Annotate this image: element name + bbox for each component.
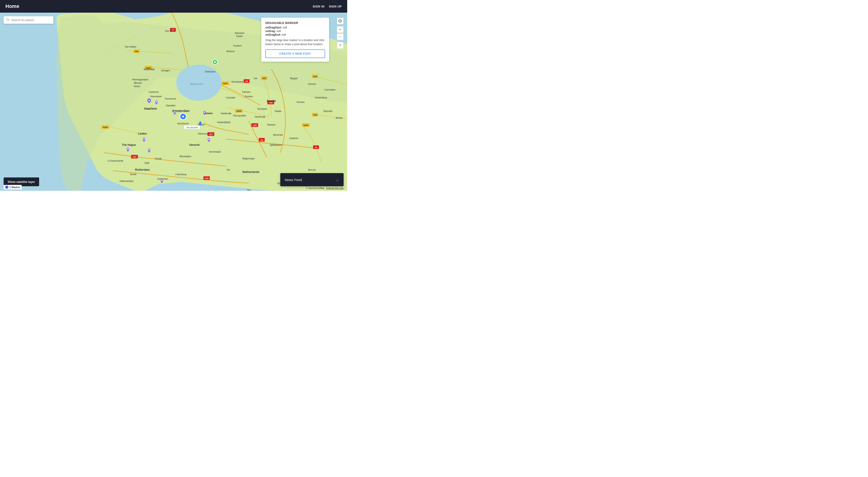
svg-text:Zwolle: Zwolle [267,99,276,102]
map-attribution: © OpenStreetMap Improve this map [306,187,344,190]
svg-text:N18: N18 [313,114,317,116]
svg-point-118 [182,115,184,117]
osm-attribution: © OpenStreetMap [306,187,324,190]
svg-point-116 [174,111,176,113]
svg-text:Purmerend: Purmerend [165,98,176,100]
svg-text:Coevorden: Coevorden [324,89,336,91]
info-card-drag-end: onDragEnd: null [266,33,325,36]
svg-point-131 [6,18,8,20]
sign-in-button[interactable]: SIGN IN [313,5,324,8]
svg-text:A1: A1 [315,146,317,148]
svg-text:Kampen: Kampen [242,91,250,93]
svg-text:Netherlands: Netherlands [242,170,259,174]
svg-text:Nijverdal: Nijverdal [323,110,332,112]
svg-text:Emmeloord: Emmeloord [231,80,243,83]
svg-point-120 [199,122,201,123]
info-card-title: DRAGGABLE MARKER [266,21,325,25]
svg-text:Ommen: Ommen [297,101,305,103]
svg-text:Zutphen: Zutphen [289,137,298,139]
svg-text:Markermeer: Markermeer [190,82,204,85]
svg-text:Meppel: Meppel [290,77,298,80]
svg-text:Apeldoorn: Apeldoorn [270,143,282,146]
svg-text:A15: A15 [205,177,209,179]
svg-text:Amstelveen: Amstelveen [177,122,189,125]
svg-text:The Hague: The Hague [122,143,136,146]
svg-text:Deventer: Deventer [273,133,283,136]
svg-text:N36: N36 [313,75,317,78]
mapbox-logo-text: © Mapbox [9,186,20,189]
svg-text:Harderwijk: Harderwijk [221,112,231,115]
svg-text:Urk: Urk [254,77,257,80]
svg-text:A1: A1 [260,139,263,141]
svg-text:Vaassen: Vaassen [267,124,276,126]
svg-text:A27: A27 [209,133,213,135]
info-card: DRAGGABLE MARKER onDragStart: null onDra… [261,18,329,62]
svg-text:N206: N206 [103,126,108,129]
svg-text:Heiloo: Heiloo [134,85,141,88]
svg-text:Alkmaar: Alkmaar [134,82,142,84]
svg-point-126 [208,139,210,140]
svg-text:Lelystad: Lelystad [226,96,235,99]
svg-text:Heemskerk: Heemskerk [150,95,162,98]
svg-point-122 [214,61,216,63]
svg-text:Wageningen: Wageningen [242,157,255,160]
svg-text:Koudum: Koudum [233,44,241,47]
svg-marker-140 [340,45,341,47]
search-input[interactable] [11,18,51,22]
search-bar [4,16,53,24]
svg-point-115 [156,101,157,102]
svg-text:Nunspeet: Nunspeet [257,108,267,110]
sign-up-button[interactable]: SIGN UP [329,5,342,8]
svg-text:N99: N99 [135,50,138,53]
svg-text:Gouda: Gouda [155,157,162,160]
svg-text:Utrecht: Utrecht [189,143,199,146]
svg-text:Ommen: Ommen [308,83,316,85]
svg-marker-139 [340,44,341,45]
create-post-button[interactable]: CREATE A NEW POST [266,49,325,58]
svg-text:Nieuwegein: Nieuwegein [180,155,191,158]
improve-map-link[interactable]: Improve this map [326,187,344,190]
svg-text:N305: N305 [237,110,241,112]
map-controls: + − [337,18,344,49]
svg-point-128 [204,111,205,113]
svg-text:Castricum: Castricum [149,91,159,93]
svg-text:Raalte: Raalte [275,110,281,112]
zoom-in-button[interactable]: + [337,26,344,33]
svg-text:Tiel: Tiel [226,169,230,171]
search-icon [6,18,9,22]
svg-point-127 [161,180,162,181]
mapbox-logo: © Mapbox [4,185,22,190]
svg-text:Heerhugowaard: Heerhugowaard [132,78,148,81]
svg-text:Amersfoort: Amersfoort [217,121,230,124]
svg-text:You are here: You are here [186,127,198,129]
svg-text:Enkhuizen: Enkhuizen [205,70,216,73]
news-feed-panel[interactable]: News Feed ⌄ [280,173,344,186]
svg-text:Haarlem: Haarlem [144,107,157,110]
svg-text:Flevopolder: Flevopolder [233,114,246,117]
svg-text:Zaandam: Zaandam [166,104,176,107]
locate-button[interactable] [337,18,344,24]
zoom-out-button[interactable]: − [337,33,344,40]
svg-text:Tiel: Tiel [247,189,250,191]
info-card-drag: onDrag: null [266,30,325,33]
svg-line-132 [8,20,9,21]
svg-text:Bolsward: Bolsward [235,32,244,34]
compass-button[interactable] [337,42,344,49]
header-actions: SIGN IN SIGN UP [313,5,342,8]
svg-text:Medemblik: Medemblik [144,68,155,71]
news-feed-label: News Feed [285,178,302,182]
svg-text:Borculo: Borculo [308,169,316,171]
svg-point-134 [340,21,341,22]
svg-text:A12: A12 [133,156,136,158]
svg-text:Hilversum: Hilversum [198,132,209,135]
svg-text:Harderwijk: Harderwijk [254,115,266,118]
svg-text:Workum: Workum [226,50,235,53]
svg-text:'s-Gravenzande: 's-Gravenzande [107,160,123,162]
svg-text:Den Helder: Den Helder [125,45,136,48]
svg-text:Sneek: Sneek [236,35,243,37]
svg-text:Brielle: Brielle [130,173,136,176]
svg-text:N50: N50 [262,77,266,79]
svg-text:Rotterdam: Rotterdam [135,168,150,171]
news-feed-chevron-icon: ⌄ [336,177,339,182]
svg-text:Culemborg: Culemborg [176,173,186,176]
